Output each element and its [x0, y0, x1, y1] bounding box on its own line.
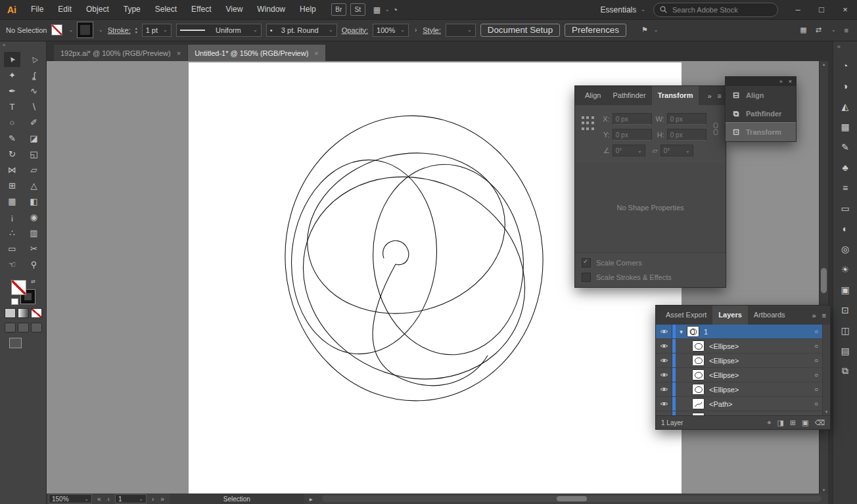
artwork-path[interactable] [383, 241, 409, 265]
layers-scrollbar[interactable]: ▾ [822, 325, 830, 415]
hand-tool[interactable]: ☜ [4, 257, 20, 272]
make-clipping-mask-icon[interactable]: ◨ [777, 419, 783, 427]
layers-panel-button[interactable]: ▤ [833, 340, 857, 361]
reference-point-dot[interactable] [582, 116, 584, 119]
layer-row[interactable]: <Path>○ [656, 397, 830, 411]
target-circle-icon[interactable]: ○ [810, 386, 822, 393]
collapse-toolbar-icon[interactable]: « [0, 41, 46, 51]
stroke-weight-stepper[interactable]: ▴ ▾ [135, 26, 137, 34]
horizontal-scroll-thumb[interactable] [557, 496, 587, 501]
fill-swatch[interactable] [51, 24, 62, 35]
previous-artboard-button[interactable]: ‹ [106, 495, 111, 503]
navigator-panel-button[interactable]: ⊡ [833, 300, 857, 320]
restore-button[interactable]: □ [810, 0, 833, 19]
info-panel-button[interactable]: ◫ [833, 320, 857, 340]
menu-edit[interactable]: Edit [51, 0, 79, 19]
shaper-tool[interactable]: ✎ [4, 131, 20, 146]
preferences-button[interactable]: Preferences [565, 24, 626, 37]
paintbrush-tool[interactable]: ✐ [26, 115, 42, 130]
visibility-toggle[interactable] [656, 368, 672, 382]
stroke-panel-button[interactable]: ≡ [833, 177, 857, 198]
reference-point-dot[interactable] [591, 127, 594, 130]
chevron-down-icon[interactable]: ⌄ [400, 27, 405, 33]
artwork-ellipse[interactable] [363, 157, 532, 362]
layer-row[interactable]: <Path>○ [656, 411, 830, 415]
menu-file[interactable]: File [24, 0, 51, 19]
target-circle-icon[interactable]: ○ [810, 357, 822, 364]
layer-row[interactable]: <Ellipse>○ [656, 339, 830, 354]
workspace-switcher[interactable]: Essentials ⌄ [601, 5, 645, 14]
color-panel-button[interactable]: ◑ [833, 76, 857, 96]
artboard-number-dropdown[interactable]: 1 ⌄ [115, 494, 147, 503]
lasso-tool[interactable]: ʆ [26, 68, 42, 83]
reference-point-dot[interactable] [586, 127, 589, 130]
target-circle-icon[interactable]: ○ [810, 400, 822, 407]
tab-close-icon[interactable]: × [177, 49, 181, 57]
line-segment-tool[interactable]: ∖ [26, 99, 42, 114]
draw-inside-button[interactable] [31, 323, 42, 332]
opacity-more-icon[interactable]: › [413, 26, 418, 34]
chevron-down-icon[interactable]: ⌄ [467, 27, 472, 33]
target-circle-icon[interactable]: ○ [810, 371, 822, 378]
br-button[interactable]: Br [331, 3, 346, 16]
column-graph-tool[interactable]: ▥ [26, 225, 42, 241]
tab-pathfinder[interactable]: Pathfinder [607, 86, 651, 105]
draw-behind-button[interactable] [18, 323, 29, 332]
layer-row[interactable]: <Ellipse>○ [656, 368, 830, 382]
next-artboard-button[interactable]: › [151, 495, 155, 503]
brush-dropdown[interactable]: • 3 pt. Round ⌄ [266, 24, 337, 37]
visibility-toggle[interactable] [656, 411, 672, 415]
new-sublayer-icon[interactable]: ⊞ [790, 419, 796, 427]
last-artboard-button[interactable]: » [159, 495, 166, 503]
layer-thumbnail[interactable] [687, 326, 699, 337]
chevron-down-icon[interactable]: ⌄ [163, 27, 168, 33]
chevron-down-icon[interactable]: ⌄ [68, 27, 73, 33]
panel-menu-icon[interactable]: ≡ [845, 26, 848, 34]
chevron-down-icon[interactable]: ⌄ [329, 27, 333, 33]
layer-thumbnail[interactable] [692, 340, 705, 352]
document-tab[interactable]: Untitled-1* @ 150% (RGB/Preview)× [188, 45, 325, 61]
libraries-panel-button[interactable]: ◔ [833, 55, 857, 76]
document-setup-button[interactable]: Document Setup [480, 24, 560, 37]
opacity-label[interactable]: Opacity: [342, 26, 368, 34]
visibility-toggle[interactable] [656, 354, 672, 367]
collapse-panel-icon[interactable]: » [812, 311, 816, 319]
stroke-profile-dropdown[interactable]: Uniform ⌄ [176, 24, 262, 37]
layer-thumbnail[interactable] [692, 369, 705, 380]
screen-mode-button[interactable] [9, 338, 22, 348]
scroll-up-icon[interactable]: ▴ [820, 62, 828, 67]
chevron-down-icon[interactable]: ⌄ [253, 27, 258, 33]
tab-asset-export[interactable]: Asset Export [660, 306, 712, 325]
layer-row[interactable]: <Ellipse>○ [656, 354, 830, 368]
shape-builder-tool[interactable]: ⊞ [4, 178, 20, 193]
reference-point-dot[interactable] [586, 116, 589, 119]
flyout-item-pathfinder[interactable]: ⧉Pathfinder [726, 104, 796, 123]
tab-layers[interactable]: Layers [712, 306, 747, 325]
layer-row[interactable]: ▾1○ [656, 325, 830, 339]
type-tool[interactable]: T [4, 99, 20, 114]
expand-chevron-icon[interactable]: ▾ [676, 329, 687, 335]
blend-tool[interactable]: ◉ [26, 210, 42, 225]
layer-row[interactable]: <Ellipse>○ [656, 382, 830, 397]
color-guide-panel-button[interactable]: ◭ [833, 96, 857, 116]
color-button[interactable] [5, 308, 16, 318]
search-input[interactable] [671, 5, 772, 14]
transparency-panel-button[interactable]: ◎ [833, 239, 857, 259]
visibility-toggle[interactable] [656, 382, 672, 396]
gradient-panel-button[interactable]: ◐ [833, 218, 857, 239]
collapse-panel-icon[interactable]: » [707, 92, 711, 100]
menu-help[interactable]: Help [292, 0, 323, 19]
symbols-panel-button[interactable]: ♣ [833, 157, 857, 177]
magic-wand-tool[interactable]: ✦ [4, 68, 20, 83]
perspective-grid-tool[interactable]: △ [26, 178, 42, 193]
style-dropdown[interactable]: ⌄ [446, 24, 476, 37]
panel-menu-icon[interactable]: ≡ [822, 311, 826, 319]
artwork-path[interactable] [373, 264, 488, 386]
reference-point-dot[interactable] [582, 122, 584, 124]
gradient-tool[interactable]: ◧ [26, 194, 42, 209]
stroke-swatch[interactable] [78, 22, 93, 37]
target-circle-icon[interactable]: ○ [810, 415, 822, 415]
menu-object[interactable]: Object [79, 0, 116, 19]
feedback-icon[interactable]: ⚑ [641, 26, 648, 34]
draw-normal-button[interactable] [5, 323, 16, 332]
